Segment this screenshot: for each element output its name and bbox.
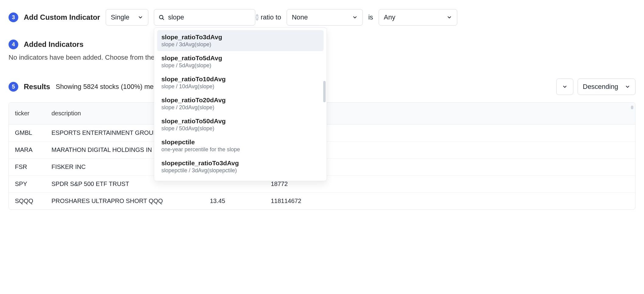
suggestion-item[interactable]: slope_ratioTo20dAvgslope / 20dAvg(slope) (157, 93, 324, 114)
step5-badge: 5 (9, 82, 18, 92)
suggestion-name: slope_ratioTo20dAvg (161, 96, 319, 104)
step4-title: Added Indicators (24, 40, 83, 49)
cell-ticker: SQQQ (9, 193, 45, 210)
step4-badge: 4 (9, 40, 18, 49)
condition-select-value: Any (384, 13, 441, 21)
sort-field-select[interactable] (556, 79, 573, 95)
ratio-select[interactable]: None (287, 9, 363, 26)
cell-num: 13.45 (204, 193, 271, 210)
ratio-to-label: ratio to (261, 13, 281, 21)
suggestion-name: slope_ratioTo50dAvg (161, 117, 319, 125)
step3-row: 3 Add Custom Indicator Single slope_rati… (9, 9, 635, 26)
chevron-down-icon (447, 15, 452, 20)
chevron-down-icon (562, 84, 568, 89)
suggestion-item[interactable]: slope_ratioTo10dAvgslope / 10dAvg(slope) (157, 72, 324, 93)
suggestion-desc: slope / 20dAvg(slope) (161, 104, 319, 111)
suggestion-name: slopepctile_ratioTo3dAvg (161, 159, 319, 167)
table-scrollbar[interactable] (631, 106, 633, 109)
suggestion-name: slope_ratioTo5dAvg (161, 54, 319, 62)
suggestion-name: slope_ratioTo3dAvg (161, 33, 319, 41)
cell-volu: 118114672 (271, 193, 635, 210)
indicator-suggestions-dropdown: slope_ratioTo3dAvgslope / 3dAvg(slope)sl… (154, 27, 327, 181)
suggestion-item[interactable]: slopepctileone-year percentile for the s… (157, 135, 324, 156)
suggestion-item[interactable]: slope_ratioTo3dAvgslope / 3dAvg(slope) (157, 30, 324, 51)
indicator-search-wrap: slope_ratioTo3dAvgslope / 3dAvg(slope)sl… (154, 9, 255, 26)
chevron-down-icon (138, 15, 143, 20)
chevron-down-icon (352, 15, 358, 20)
cell-ticker: MARA (9, 142, 45, 159)
chevron-down-icon (625, 84, 630, 89)
suggestion-name: slope_ratioTo10dAvg (161, 75, 319, 83)
cell-description: PROSHARES ULTRAPRO SHORT QQQ (45, 193, 204, 210)
indicator-search-box[interactable] (154, 9, 255, 26)
is-label: is (368, 13, 373, 21)
ratio-select-value: None (292, 13, 346, 21)
sort-direction-select[interactable]: Descending (578, 79, 635, 95)
step5-title: Results (24, 82, 50, 91)
cell-ticker: SPY (9, 176, 45, 193)
suggestion-desc: one-year percentile for the slope (161, 146, 319, 153)
results-summary: Showing 5824 stocks (100%) me (56, 83, 154, 91)
dropdown-scrollbar[interactable] (323, 81, 326, 102)
suggestion-item[interactable]: slope_ratioTo5dAvgslope / 5dAvg(slope) (157, 51, 324, 72)
condition-select[interactable]: Any (379, 9, 457, 26)
svg-line-1 (162, 19, 164, 20)
cell-ticker: FSR (9, 159, 45, 176)
suggestion-desc: slope / 3dAvg(slope) (161, 41, 319, 48)
clear-search-button[interactable] (256, 14, 259, 21)
mode-select[interactable]: Single (106, 9, 148, 26)
suggestion-desc: slope / 50dAvg(slope) (161, 125, 319, 132)
indicator-search-input[interactable] (168, 13, 253, 22)
mode-select-value: Single (111, 13, 132, 21)
cell-ticker: GMBL (9, 124, 45, 142)
suggestion-name: slopepctile (161, 138, 319, 146)
search-icon (158, 14, 165, 20)
suggestion-desc: slope / 10dAvg(slope) (161, 83, 319, 90)
step3-title: Add Custom Indicator (24, 13, 100, 22)
table-row[interactable]: SQQQPROSHARES ULTRAPRO SHORT QQQ13.45118… (9, 193, 635, 210)
col-ticker-header[interactable]: ticker (9, 103, 45, 124)
suggestion-item[interactable]: slope_ratioTo50dAvgslope / 50dAvg(slope) (157, 114, 324, 135)
suggestion-desc: slopepctile / 3dAvg(slopepctile) (161, 167, 319, 174)
suggestion-desc: slope / 5dAvg(slope) (161, 62, 319, 69)
step3-badge: 3 (9, 12, 18, 22)
sort-direction-value: Descending (583, 83, 619, 91)
suggestion-item[interactable]: slopepctile_ratioTo3dAvgslopepctile / 3d… (157, 156, 324, 177)
